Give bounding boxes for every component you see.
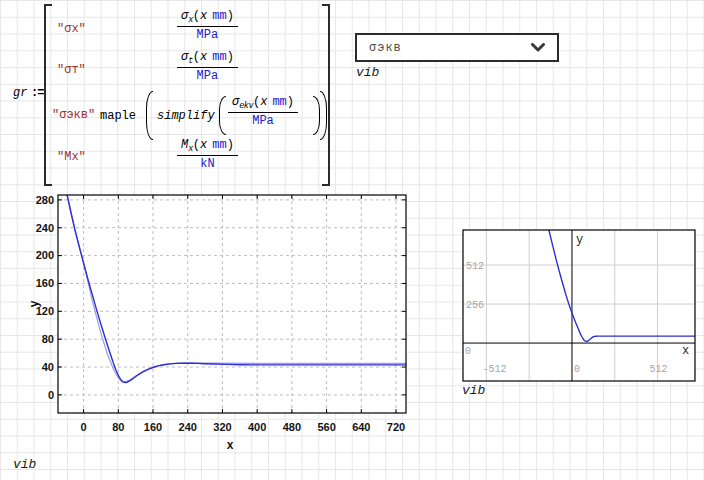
region-tag-dropdown[interactable]: vib [356,65,379,80]
main-plot-region[interactable]: 0801602403204004805606407200408012016020… [18,188,430,460]
numerator: σekv(xmm) [228,95,298,113]
svg-text:0: 0 [465,346,471,357]
svg-text:512: 512 [650,364,668,375]
svg-text:512: 512 [466,261,484,272]
svg-text:x: x [682,344,689,358]
numerator: σx(xmm) [177,9,238,27]
svg-text:-512: -512 [482,364,506,375]
denominator: MPa [252,113,274,128]
svg-text:400: 400 [248,421,266,433]
denominator: MPa [197,68,219,83]
svg-text:720: 720 [387,421,405,433]
svg-text:320: 320 [213,421,231,433]
svg-text:x: x [227,438,234,452]
svg-text:40: 40 [42,361,54,373]
inset-plot-region[interactable]: -51205125122560yx [455,224,704,404]
svg-text:160: 160 [36,277,54,289]
svg-text:80: 80 [112,421,124,433]
fraction-mx: Mx(xmm) kN [177,138,238,171]
svg-text:200: 200 [36,249,54,261]
chevron-down-icon[interactable] [531,43,545,52]
svg-text:0: 0 [574,364,580,375]
fraction-sigma-t: σt(xmm) MPa [177,50,238,83]
region-tag-inset[interactable]: vib [462,383,485,398]
svg-text:240: 240 [179,421,197,433]
paren-open-icon [219,96,226,135]
svg-text:0: 0 [48,389,54,401]
svg-text:240: 240 [36,222,54,234]
simplify-function: simplify [157,109,215,123]
region-tag-page[interactable]: vib [13,457,36,472]
matrix-row-label: "σэкв" [52,108,95,122]
assign-operator: := [31,86,43,100]
svg-text:640: 640 [352,421,370,433]
svg-text:256: 256 [466,300,484,311]
svg-text:y: y [576,233,583,247]
numerator: Mx(xmm) [177,138,238,156]
variable-name: gr [13,86,27,100]
paren-open-icon [146,91,153,140]
svg-text:480: 480 [283,421,301,433]
matrix-bracket-left [44,4,52,186]
svg-text:560: 560 [317,421,335,433]
svg-text:0: 0 [81,421,87,433]
matrix-row-label: "σx" [57,22,86,36]
trace-select-dropdown[interactable]: σэкв [355,33,559,62]
paren-close-icon [313,96,320,135]
svg-text:y: y [27,300,41,307]
denominator: kN [200,156,214,171]
worksheet-canvas: gr := "σx" σx(xmm) MPa "σт" σt(xmm) MPa … [0,0,704,480]
svg-text:280: 280 [36,194,54,206]
fraction-sigma-x: σx(xmm) MPa [177,9,238,42]
fraction-sigma-ekv: σekv(xmm) MPa [228,95,298,128]
maple-function: maple [100,109,136,123]
matrix-row-label: "σт" [57,63,86,77]
svg-text:160: 160 [144,421,162,433]
dropdown-selected-value: σэкв [369,41,402,55]
denominator: MPa [197,27,219,42]
matrix-row-label: "Mx" [57,150,86,164]
numerator: σt(xmm) [177,50,238,68]
svg-text:80: 80 [42,333,54,345]
